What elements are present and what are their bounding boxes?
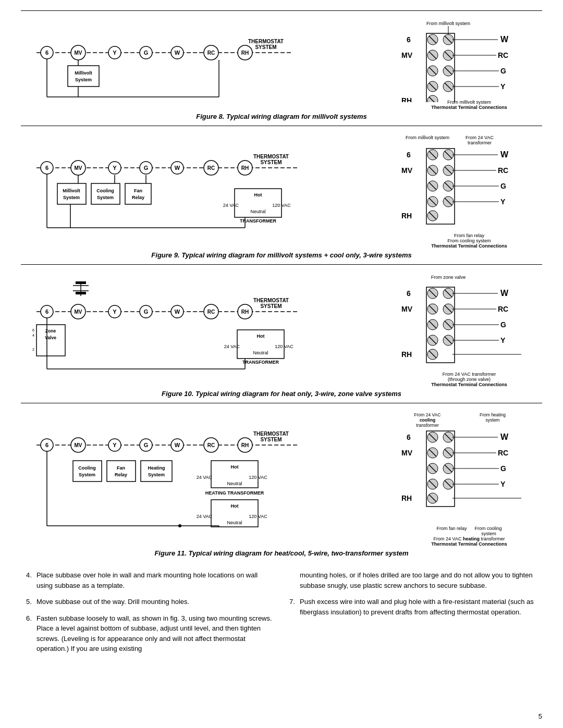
svg-text:Millivolt: Millivolt bbox=[75, 70, 92, 76]
figure9-left: 6 MV Y G W RC RH THERMOSTAT SYSTEM bbox=[21, 131, 396, 233]
svg-text:4: 4 bbox=[32, 334, 34, 337]
svg-text:6: 6 bbox=[32, 328, 34, 332]
instruction-text-4: Place subbase over hole in wall and mark… bbox=[36, 570, 274, 590]
svg-text:HEATING TRANSFORMER: HEATING TRANSFORMER bbox=[205, 490, 264, 496]
instruction-item-5: 5. Move subbase out of the way. Drill mo… bbox=[26, 597, 274, 607]
svg-text:Fan: Fan bbox=[134, 188, 142, 193]
figure9-diagram-area: 6 MV Y G W RC RH THERMOSTAT SYSTEM bbox=[21, 126, 542, 251]
figure11-section: 6 MV Y G W RC RH THERMOSTAT SYSTEM bbox=[21, 403, 542, 557]
figure11-left: 6 MV Y G W RC RH THERMOSTAT SYSTEM bbox=[21, 409, 396, 528]
svg-text:Relay: Relay bbox=[115, 472, 127, 477]
svg-text:RC: RC bbox=[498, 51, 508, 59]
svg-text:SYSTEM: SYSTEM bbox=[255, 44, 276, 50]
svg-text:6: 6 bbox=[407, 433, 411, 441]
figure9-wiring-svg: 6 MV Y G W RC RH THERMOSTAT SYSTEM bbox=[21, 131, 323, 233]
figure10-wiring-svg: 6 MV Y G W RC RH THERMOSTAT SYSTEM bbox=[21, 270, 323, 372]
figure10-terminal-label: From 24 VAC transformer (through zone va… bbox=[396, 372, 542, 387]
svg-text:G: G bbox=[144, 50, 149, 56]
svg-text:6: 6 bbox=[45, 50, 48, 56]
svg-text:6: 6 bbox=[407, 151, 411, 159]
instructions-section: 4. Place subbase over hole in wall and m… bbox=[21, 562, 542, 671]
figure11-terminal-label: From fan relay From cooling system From … bbox=[396, 526, 542, 547]
svg-text:RC: RC bbox=[498, 166, 508, 175]
svg-text:6: 6 bbox=[407, 35, 411, 44]
svg-text:Neutral: Neutral bbox=[250, 209, 265, 214]
svg-text:Y: Y bbox=[500, 336, 506, 344]
svg-rect-80 bbox=[125, 183, 151, 204]
instruction-text-5: Move subbase out of the way. Drill mount… bbox=[36, 597, 274, 607]
figure9-terminal-label: From fan relay From cooling system Therm… bbox=[396, 233, 542, 249]
figure9-right: From millivolt system From 24 VAC transf… bbox=[396, 131, 542, 249]
svg-rect-77 bbox=[91, 183, 120, 204]
svg-text:RH: RH bbox=[241, 309, 249, 315]
figure10-caption-bold: Figure 10. bbox=[162, 390, 193, 398]
svg-text:W: W bbox=[175, 165, 180, 171]
figure9-caption-normal: Typical wiring diagram for millivolt sys… bbox=[180, 251, 412, 259]
svg-text:G: G bbox=[500, 67, 506, 75]
figure8-caption: Figure 8. Typical wiring diagram for mil… bbox=[21, 113, 542, 120]
svg-text:SYSTEM: SYSTEM bbox=[260, 159, 282, 165]
svg-rect-133 bbox=[76, 281, 86, 284]
figure10-left: 6 MV Y G W RC RH THERMOSTAT SYSTEM bbox=[21, 270, 396, 372]
svg-text:RH: RH bbox=[401, 350, 412, 359]
figure9-terminal-svg: From millivolt system From 24 VAC transf… bbox=[396, 134, 542, 236]
svg-text:RC: RC bbox=[207, 442, 215, 448]
svg-text:G: G bbox=[144, 309, 149, 315]
svg-text:6: 6 bbox=[45, 165, 48, 171]
figure10-right: From zone valve 6 W MV RC bbox=[396, 270, 542, 387]
svg-text:system: system bbox=[486, 417, 500, 423]
figure9-section: 6 MV Y G W RC RH THERMOSTAT SYSTEM bbox=[21, 126, 542, 259]
svg-text:Heating: Heating bbox=[148, 465, 165, 471]
svg-text:RC: RC bbox=[207, 50, 215, 56]
svg-text:W: W bbox=[500, 433, 509, 441]
svg-text:MV: MV bbox=[401, 305, 413, 313]
instruction-num-cont bbox=[289, 570, 300, 590]
svg-text:From 24 VAC: From 24 VAC bbox=[414, 412, 441, 417]
instructions-left-col: 4. Place subbase over hole in wall and m… bbox=[26, 570, 274, 660]
figure11-right: From 24 VAC cooling transformer From hea… bbox=[396, 409, 542, 547]
svg-rect-216 bbox=[73, 461, 102, 482]
figure8-left: 6 MV Y G W RC bbox=[21, 16, 396, 100]
figure10-caption-normal: Typical wiring diagram for heat only, 3-… bbox=[193, 390, 401, 398]
svg-text:RH: RH bbox=[241, 50, 249, 56]
svg-text:System: System bbox=[75, 77, 92, 82]
svg-text:RC: RC bbox=[207, 165, 215, 171]
svg-text:System: System bbox=[97, 195, 114, 200]
svg-text:W: W bbox=[175, 442, 180, 448]
figure10-diagram-area: 6 MV Y G W RC RH THERMOSTAT SYSTEM bbox=[21, 265, 542, 390]
svg-text:System: System bbox=[148, 472, 165, 477]
figure11-caption-bold: Figure 11. bbox=[154, 549, 186, 557]
svg-text:6: 6 bbox=[45, 309, 48, 315]
svg-text:2: 2 bbox=[32, 348, 34, 351]
svg-rect-222 bbox=[141, 461, 172, 482]
svg-text:Y: Y bbox=[113, 442, 117, 448]
svg-text:Relay: Relay bbox=[132, 195, 144, 200]
svg-text:MV: MV bbox=[75, 50, 82, 56]
svg-text:W: W bbox=[500, 35, 509, 44]
svg-text:RH: RH bbox=[401, 494, 412, 502]
svg-text:THERMOSTAT: THERMOSTAT bbox=[253, 154, 289, 159]
svg-text:cooling: cooling bbox=[420, 417, 435, 423]
svg-text:From millivolt system: From millivolt system bbox=[426, 21, 470, 26]
instruction-item-6: 6. Fasten subbase loosely to wall, as sh… bbox=[26, 613, 274, 654]
svg-text:TRANSFORMER: TRANSFORMER bbox=[242, 360, 279, 365]
svg-text:120 VAC: 120 VAC bbox=[249, 514, 267, 519]
figure9-caption-bold: Figure 9. bbox=[151, 251, 179, 259]
figure10-caption: Figure 10. Typical wiring diagram for he… bbox=[21, 390, 542, 398]
svg-text:RH: RH bbox=[241, 165, 249, 171]
figure8-terminal-label: From millivolt system Thermostat Termina… bbox=[396, 100, 542, 110]
svg-rect-17 bbox=[68, 66, 99, 87]
svg-text:Y: Y bbox=[500, 82, 506, 91]
svg-text:24 VAC: 24 VAC bbox=[197, 475, 213, 480]
svg-text:RH: RH bbox=[401, 212, 412, 220]
instruction-num-4: 4. bbox=[26, 570, 36, 590]
svg-text:System: System bbox=[79, 472, 95, 477]
svg-text:Cooling: Cooling bbox=[96, 188, 114, 193]
svg-text:SYSTEM: SYSTEM bbox=[260, 303, 282, 309]
svg-point-240 bbox=[178, 524, 181, 527]
svg-text:24 VAC: 24 VAC bbox=[224, 344, 240, 349]
svg-text:MV: MV bbox=[401, 449, 413, 457]
figure8-terminal-svg: From millivolt system 6 W MV bbox=[396, 19, 542, 102]
svg-text:RH: RH bbox=[241, 442, 249, 448]
instructions-right-col: mounting holes, or if holes drilled are … bbox=[289, 570, 537, 660]
